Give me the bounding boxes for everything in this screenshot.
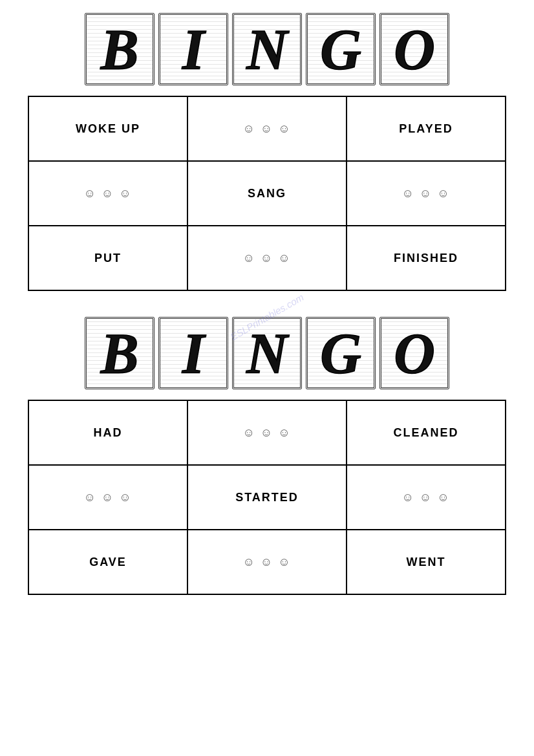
letter-B-1: B xyxy=(85,13,155,85)
cell-4-1: HAD xyxy=(28,400,187,465)
cell-5-1: ☺ ☺ ☺ xyxy=(28,465,187,530)
letter-I-1: I xyxy=(158,13,228,85)
table-row: PUT ☺ ☺ ☺ FINISHED xyxy=(28,226,506,290)
cell-3-1: PUT xyxy=(28,226,187,290)
letter-N-2: N xyxy=(232,317,302,389)
cell-6-2: ☺ ☺ ☺ xyxy=(187,530,347,594)
bingo-section-2: B I N G O HAD ☺ ☺ ☺ CLEANED ☺ ☺ ☺ STARTE… xyxy=(28,317,506,595)
bingo-section-1: B I N G O WOKE UP ☺ ☺ ☺ PLAYED ☺ ☺ ☺ SAN… xyxy=(28,13,506,291)
cell-6-3: WENT xyxy=(347,530,506,594)
table-row: WOKE UP ☺ ☺ ☺ PLAYED xyxy=(28,96,506,161)
bingo-grid-2: HAD ☺ ☺ ☺ CLEANED ☺ ☺ ☺ STARTED ☺ ☺ ☺ GA… xyxy=(28,400,506,595)
letter-G-1: G xyxy=(306,13,376,85)
bingo-grid-1: WOKE UP ☺ ☺ ☺ PLAYED ☺ ☺ ☺ SANG ☺ ☺ ☺ PU… xyxy=(28,96,506,291)
letter-O-2: O xyxy=(379,317,449,389)
cell-5-2: STARTED xyxy=(187,465,347,530)
letter-O-1: O xyxy=(379,13,449,85)
cell-4-3: CLEANED xyxy=(347,400,506,465)
cell-1-3: PLAYED xyxy=(347,96,506,161)
cell-1-1: WOKE UP xyxy=(28,96,187,161)
cell-6-1: GAVE xyxy=(28,530,187,594)
cell-4-2: ☺ ☺ ☺ xyxy=(187,400,347,465)
cell-2-2: SANG xyxy=(187,161,347,226)
table-row: HAD ☺ ☺ ☺ CLEANED xyxy=(28,400,506,465)
cell-1-2: ☺ ☺ ☺ xyxy=(187,96,347,161)
letter-B-2: B xyxy=(85,317,155,389)
cell-3-3: FINISHED xyxy=(347,226,506,290)
cell-2-3: ☺ ☺ ☺ xyxy=(347,161,506,226)
letter-I-2: I xyxy=(158,317,228,389)
letter-N-1: N xyxy=(232,13,302,85)
bingo2-title: B I N G O xyxy=(28,317,506,389)
table-row: ☺ ☺ ☺ STARTED ☺ ☺ ☺ xyxy=(28,465,506,530)
letter-G-2: G xyxy=(306,317,376,389)
cell-5-3: ☺ ☺ ☺ xyxy=(347,465,506,530)
table-row: ☺ ☺ ☺ SANG ☺ ☺ ☺ xyxy=(28,161,506,226)
table-row: GAVE ☺ ☺ ☺ WENT xyxy=(28,530,506,594)
cell-2-1: ☺ ☺ ☺ xyxy=(28,161,187,226)
bingo1-title: B I N G O xyxy=(28,13,506,85)
cell-3-2: ☺ ☺ ☺ xyxy=(187,226,347,290)
